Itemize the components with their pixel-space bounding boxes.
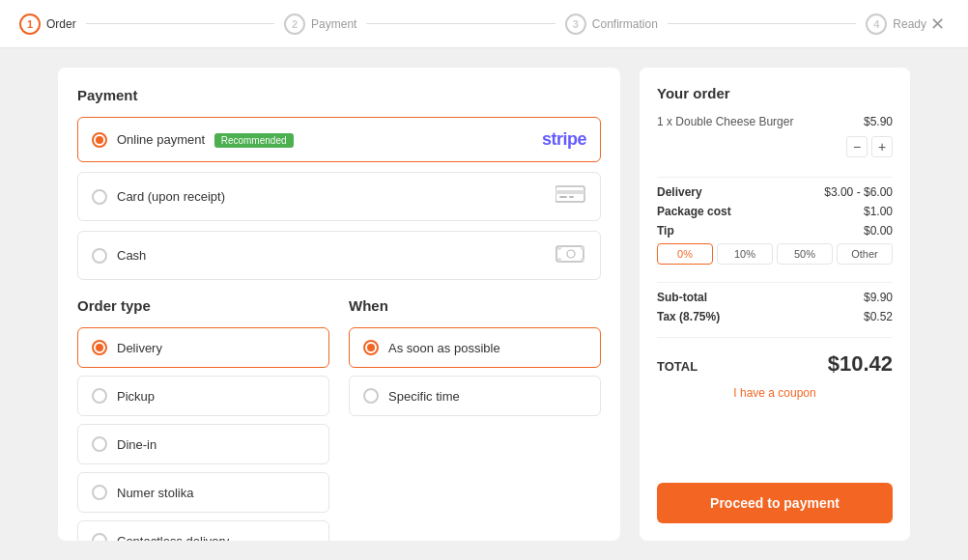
tip-btn-0[interactable]: 0% <box>657 243 713 265</box>
subtotal-row: Sub-total $9.90 <box>657 291 893 304</box>
subtotal-label: Sub-total <box>657 291 707 304</box>
radio-dine-in <box>92 436 107 452</box>
radio-card <box>92 189 107 205</box>
radio-delivery <box>92 340 107 355</box>
contactless-label: Contactless delivery <box>117 534 229 542</box>
radio-asap <box>363 340 379 355</box>
order-item-row: 1 x Double Cheese Burger $5.90 <box>657 115 893 128</box>
qty-minus-button[interactable]: − <box>846 136 868 157</box>
pickup-label: Pickup <box>117 389 155 404</box>
payment-option-card[interactable]: Card (upon receipt) <box>77 172 601 221</box>
tip-buttons: 0% 10% 50% Other <box>657 243 893 265</box>
order-type-title: Order type <box>77 297 329 314</box>
package-cost-label: Package cost <box>657 205 731 218</box>
payment-title: Payment <box>77 87 601 103</box>
step-circle-payment: 2 <box>284 14 305 35</box>
order-type-when: Order type Delivery Pickup Dine-in Numer… <box>77 297 601 541</box>
svg-point-9 <box>581 258 584 262</box>
order-type-section: Order type Delivery Pickup Dine-in Numer… <box>77 297 329 541</box>
step-label-order: Order <box>46 17 76 31</box>
radio-cash <box>92 248 107 264</box>
step-order[interactable]: 1 Order <box>19 14 76 35</box>
divider-2 <box>657 282 893 283</box>
package-cost-value: $1.00 <box>864 205 893 218</box>
coupon-link[interactable]: I have a coupon <box>657 386 893 400</box>
step-label-ready: Ready <box>893 17 926 31</box>
delivery-label: Delivery <box>117 341 162 355</box>
progress-bar: 1 Order 2 Payment 3 Confirmation 4 Ready… <box>0 0 968 48</box>
specific-time-label: Specific time <box>388 389 460 404</box>
tax-row: Tax (8.75%) $0.52 <box>657 310 893 323</box>
when-option-specific[interactable]: Specific time <box>349 376 601 416</box>
radio-pickup <box>92 388 107 404</box>
step-circle-confirmation: 3 <box>565 14 586 35</box>
tip-btn-other[interactable]: Other <box>837 243 893 265</box>
your-order-title: Your order <box>657 85 893 101</box>
tax-label: Tax (8.75%) <box>657 310 720 323</box>
proceed-button[interactable]: Proceed to payment <box>657 483 893 523</box>
payment-label-card: Card (upon receipt) <box>117 189 546 204</box>
numer-stolika-label: Numer stolika <box>117 486 193 500</box>
svg-rect-3 <box>569 196 574 198</box>
svg-point-6 <box>557 246 561 250</box>
package-cost-row: Package cost $1.00 <box>657 205 893 218</box>
step-line-3 <box>668 23 856 24</box>
delivery-value: $3.00 - $6.00 <box>824 185 893 199</box>
step-label-payment: Payment <box>311 17 356 31</box>
left-panel: Payment Online payment Recommended strip… <box>58 68 620 541</box>
svg-point-8 <box>557 258 561 262</box>
step-circle-order: 1 <box>19 14 41 35</box>
svg-rect-2 <box>559 196 567 198</box>
svg-point-7 <box>581 246 584 250</box>
delivery-row: Delivery $3.00 - $6.00 <box>657 185 893 199</box>
order-option-numer-stolika[interactable]: Numer stolika <box>77 472 329 513</box>
divider-1 <box>657 177 893 178</box>
tip-btn-50[interactable]: 50% <box>777 243 833 265</box>
step-circle-ready: 4 <box>866 14 887 35</box>
order-option-delivery[interactable]: Delivery <box>77 327 329 368</box>
tip-btn-10[interactable]: 10% <box>717 243 773 265</box>
when-option-asap[interactable]: As soon as possible <box>349 327 601 368</box>
svg-point-5 <box>567 250 575 258</box>
card-icon <box>555 184 586 209</box>
radio-contactless <box>92 533 107 541</box>
payment-option-cash[interactable]: Cash <box>77 231 601 280</box>
total-label: TOTAL <box>657 359 698 374</box>
main-content: Payment Online payment Recommended strip… <box>0 48 968 560</box>
qty-plus-button[interactable]: + <box>871 136 893 157</box>
cash-icon <box>555 243 586 267</box>
payment-option-online[interactable]: Online payment Recommended stripe <box>77 117 601 162</box>
order-option-contactless[interactable]: Contactless delivery <box>77 520 329 541</box>
order-item-name: 1 x Double Cheese Burger <box>657 115 793 128</box>
dine-in-label: Dine-in <box>117 437 157 452</box>
tip-label: Tip <box>657 224 674 238</box>
stripe-logo: stripe <box>542 129 586 150</box>
radio-specific <box>363 388 379 404</box>
step-confirmation[interactable]: 3 Confirmation <box>565 14 658 35</box>
svg-rect-1 <box>555 190 584 194</box>
tip-row: Tip $0.00 <box>657 224 893 238</box>
radio-online <box>92 132 107 148</box>
order-item-price: $5.90 <box>864 115 893 128</box>
tax-value: $0.52 <box>864 310 893 323</box>
total-value: $10.42 <box>828 351 893 377</box>
step-payment[interactable]: 2 Payment <box>284 14 356 35</box>
qty-controls: − + <box>657 136 893 157</box>
delivery-label-summary: Delivery <box>657 185 702 199</box>
step-line-1 <box>86 23 274 24</box>
order-option-dine-in[interactable]: Dine-in <box>77 424 329 464</box>
step-line-2 <box>366 23 555 24</box>
close-button[interactable]: ✕ <box>926 10 949 39</box>
progress-steps: 1 Order 2 Payment 3 Confirmation 4 Ready <box>19 14 926 35</box>
when-section: When As soon as possible Specific time <box>349 297 601 541</box>
step-ready[interactable]: 4 Ready <box>866 14 926 35</box>
asap-label: As soon as possible <box>388 341 500 355</box>
recommended-badge: Recommended <box>214 133 294 148</box>
total-row: TOTAL $10.42 <box>657 351 893 377</box>
when-title: When <box>349 297 601 314</box>
radio-numer-stolika <box>92 485 107 500</box>
right-panel: Your order 1 x Double Cheese Burger $5.9… <box>640 68 910 541</box>
subtotal-value: $9.90 <box>864 291 893 304</box>
tip-value: $0.00 <box>864 224 893 238</box>
order-option-pickup[interactable]: Pickup <box>77 376 329 416</box>
